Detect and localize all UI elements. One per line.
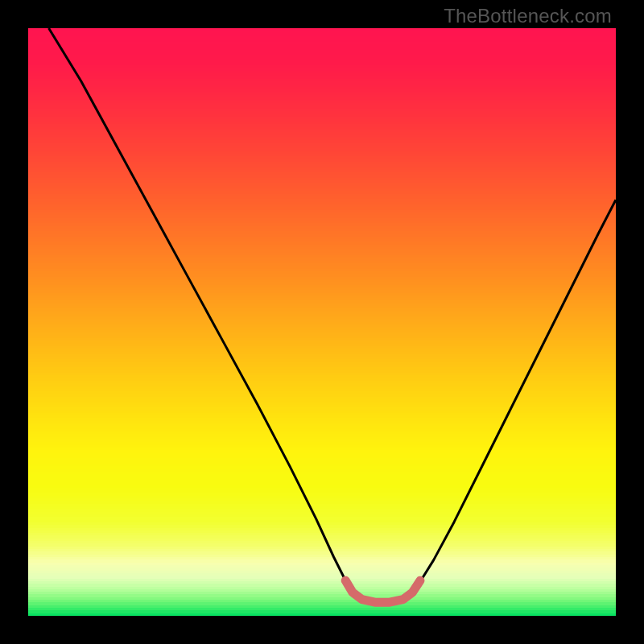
chart-frame: TheBottleneck.com xyxy=(0,0,644,644)
curve-layer xyxy=(28,28,616,616)
watermark-text: TheBottleneck.com xyxy=(444,5,612,27)
bottleneck-curve xyxy=(49,28,616,604)
red-floor-highlight xyxy=(345,580,420,602)
plot-area xyxy=(28,28,616,616)
